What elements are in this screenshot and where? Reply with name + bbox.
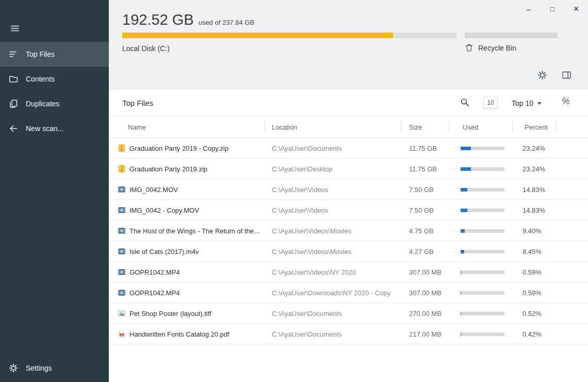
file-name: GOPR1042.MP4	[129, 262, 180, 282]
column-header-location[interactable]: Location	[272, 116, 297, 138]
file-size: 7.50 GB	[409, 179, 434, 200]
file-percent: 14.83%	[522, 200, 545, 220]
toggle-panel-button[interactable]	[561, 69, 572, 81]
recycle-usage-bar[interactable]	[465, 33, 558, 38]
pdf-file-icon	[118, 330, 126, 338]
used-bar-fill	[461, 291, 461, 295]
minimize-button[interactable]: –	[517, 0, 541, 18]
file-percent: 23.24%	[522, 158, 545, 179]
sidebar-item-label: Contents	[26, 75, 55, 83]
column-header-percent[interactable]: Percent	[525, 116, 548, 138]
zip-file-icon	[118, 144, 126, 152]
file-location: C:\AyaUser\Downloads\NY 2020 - Copy	[272, 282, 390, 303]
recycle-bin-button[interactable]: Recycle Bin	[465, 43, 516, 52]
file-size: 217.00 MB	[409, 324, 442, 344]
file-size: 4.27 GB	[409, 241, 434, 262]
file-size: 307.00 MB	[409, 282, 442, 303]
used-bar-fill	[461, 229, 465, 233]
image-file-icon	[118, 309, 126, 317]
sidebar-item-top-files[interactable]: Top Files	[0, 42, 109, 67]
file-percent: 0.52%	[522, 303, 542, 324]
file-name: Pet Shop Poster (layout).tiff	[129, 303, 211, 324]
sidebar-item-duplicates[interactable]: Duplicates	[0, 91, 109, 116]
table-row[interactable]: GOPR1042.MP4C:\AyaUser\Videos\NY 2020307…	[109, 262, 588, 282]
column-separator	[401, 122, 401, 132]
table-row[interactable]: GOPR1042.MP4C:\AyaUser\Downloads\NY 2020…	[109, 282, 588, 303]
close-button[interactable]: ×	[564, 0, 588, 18]
file-percent: 8.45%	[522, 241, 542, 262]
recycle-bin-label: Recycle Bin	[478, 44, 516, 52]
top-count-dropdown[interactable]: Top 10	[512, 98, 542, 109]
disk-usage-fill	[122, 33, 393, 38]
sidebar-item-new-scan[interactable]: New scan...	[0, 116, 109, 141]
sidebar-item-settings[interactable]: Settings	[0, 356, 109, 380]
table-row[interactable]: Graduation Party 2019.zipC:\AyaUser\Desk…	[109, 158, 588, 179]
search-button[interactable]	[460, 98, 470, 108]
column-header-size[interactable]: Size	[409, 116, 422, 138]
video-file-icon	[118, 206, 126, 214]
menu-button[interactable]	[9, 24, 21, 33]
disk-total-label: used of 237.84 GB	[199, 19, 254, 26]
column-separator	[556, 122, 556, 132]
table-row[interactable]: Isle of Cats (2017).m4vC:\AyaUser\Videos…	[109, 241, 588, 262]
count-badge: 10	[483, 97, 498, 108]
used-bar	[461, 291, 504, 295]
hamburger-icon	[9, 24, 21, 33]
table-body: Graduation Party 2019 - Copy.zipC:\AyaUs…	[109, 138, 588, 344]
percent-toggle-button[interactable]: %	[562, 96, 570, 107]
file-name: Handwritten Fonts Catalog 20.pdf	[129, 324, 230, 344]
used-bar	[461, 209, 504, 212]
chevron-down-icon	[537, 102, 542, 105]
file-name: IMG_0042 - Copy.MOV	[129, 200, 199, 220]
window-controls: – □ ×	[517, 0, 588, 18]
table-row[interactable]: Pet Shop Poster (layout).tiffC:\AyaUser\…	[109, 303, 588, 324]
column-separator	[265, 122, 265, 132]
file-percent: 14.83%	[522, 179, 545, 200]
disk-used-heading: 192.52 GBused of 237.84 GB	[122, 11, 254, 28]
file-percent: 9.40%	[522, 220, 542, 241]
table-row[interactable]: Graduation Party 2019 - Copy.zipC:\AyaUs…	[109, 138, 588, 158]
table-row[interactable]: IMG_0042 - Copy.MOVC:\AyaUser\Videos7.50…	[109, 200, 588, 220]
disk-usage-bar[interactable]	[122, 33, 456, 38]
column-separator	[512, 122, 513, 132]
sidebar: Top Files Contents Duplicates New scan..…	[0, 0, 109, 382]
file-percent: 0.59%	[522, 282, 542, 303]
settings-button[interactable]	[536, 69, 548, 81]
table-row[interactable]: IMG_0042.MOVC:\AyaUser\Videos7.50 GB14.8…	[109, 179, 588, 200]
table-row[interactable]: Handwritten Fonts Catalog 20.pdfC:\AyaUs…	[109, 324, 588, 344]
table-row[interactable]: The Host of the Wings - The Return of th…	[109, 220, 588, 241]
close-icon: ×	[574, 4, 579, 13]
table-header: Name Location Size Used Percent	[109, 116, 588, 138]
file-percent: 0.59%	[522, 262, 542, 282]
used-bar-fill	[461, 147, 471, 150]
used-bar	[461, 270, 504, 274]
file-size: 7.50 GB	[409, 200, 434, 220]
sidebar-item-label: Settings	[26, 364, 52, 372]
used-bar	[461, 229, 504, 233]
column-header-used[interactable]: Used	[463, 116, 478, 138]
used-bar-fill	[461, 167, 471, 171]
maximize-button[interactable]: □	[541, 0, 564, 18]
column-header-name[interactable]: Name	[128, 116, 146, 138]
file-location: C:\AyaUser\Documents	[272, 303, 342, 324]
maximize-icon: □	[550, 6, 554, 12]
used-bar	[461, 188, 504, 192]
top-files-icon	[9, 50, 18, 59]
sidebar-item-label: Top Files	[26, 50, 55, 58]
search-icon	[460, 98, 469, 107]
file-location: C:\AyaUser\Documents	[272, 324, 342, 344]
sidebar-item-contents[interactable]: Contents	[0, 67, 109, 91]
disk-analyzer-window: Top Files Contents Duplicates New scan..…	[0, 0, 588, 382]
folder-icon	[9, 74, 18, 84]
video-file-icon	[118, 185, 126, 194]
panel-title: Top Files	[122, 89, 153, 116]
dropdown-label: Top 10	[512, 99, 533, 107]
trash-icon	[465, 43, 473, 52]
file-size: 270.00 MB	[409, 303, 442, 324]
file-location: C:\AyaUser\Desktop	[272, 158, 333, 179]
main-content: – □ × 192.52 GBused of 237.84 GB Local D…	[109, 0, 588, 382]
file-location: C:\AyaUser\Videos	[272, 179, 328, 200]
file-name: Isle of Cats (2017).m4v	[129, 241, 199, 262]
arrow-left-icon	[9, 124, 18, 133]
file-location: C:\AyaUser\Videos	[272, 200, 328, 220]
